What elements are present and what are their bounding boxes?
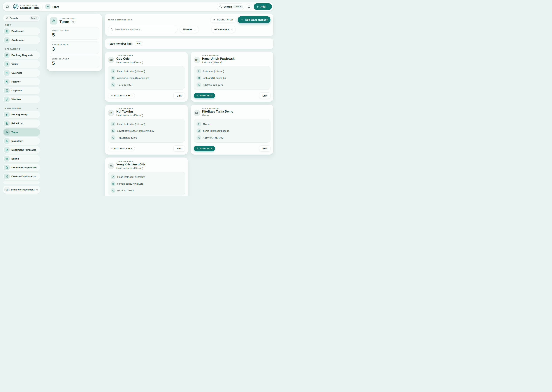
member-role: Head Instructor (Kitesurf) [116,167,145,169]
sidebar-item[interactable]: Visits [3,60,40,68]
sidebar-item-label: Inventory [11,140,23,142]
brand-overline: OPERATOR DECK [20,4,39,6]
roster-view-label: ROSTER VIEW [217,19,233,21]
member-phone: +376 314 897 [117,84,132,86]
avatar: GC [108,57,114,63]
detail-phone-row: +376 314 897 [111,82,182,87]
member-details: Head Instructor (Kitesurf) saman-pan527@… [108,172,185,196]
add-button[interactable]: Add [254,3,272,10]
detail-role: Instructor (Kitesurf) [203,70,224,73]
search-icon [5,17,8,20]
customers-icon [4,37,10,43]
sidebar-search[interactable]: Search Cmd K [3,15,40,21]
phone-icon [196,135,201,140]
add-button-label: Add [261,5,265,8]
role-filter-value: All roles [182,28,192,31]
user-x-icon [110,95,113,97]
member-overline: TEAM MEMBER [116,160,145,162]
billing-icon [4,156,10,161]
sidebar-item[interactable]: Pricing Setup [3,111,40,118]
phone-icon [111,82,116,87]
team-member-card: KT TEAM MEMBER KiteBase Tarifa Demo Owne… [191,105,274,154]
sidebar-item[interactable]: Booking Requests [3,51,40,59]
detail-role: Head Instructor (Kitesurf) [117,70,145,73]
custom-dashboards-icon [4,174,10,179]
section-label: MANAGEMENT [5,107,21,109]
avatar: KT [194,110,200,116]
edit-button[interactable]: Edit [173,92,185,99]
pricing-setup-icon [4,112,10,117]
edit-button[interactable]: Edit [173,145,185,152]
global-search-button[interactable]: Search Cmd K [217,3,244,10]
help-button[interactable] [71,20,76,24]
sidebar-item[interactable]: Customers [3,36,40,44]
history-button[interactable] [246,3,252,10]
sidebar-item-label: Team [11,131,18,133]
member-overline: TEAM MEMBER [202,54,235,56]
detail-role-row: Head Instructor (Kitesurf) [111,175,182,179]
search-shortcut-badge: Cmd K [29,16,39,20]
sidebar-item[interactable]: Billing [3,155,40,162]
app-header: OPERATOR DECK KiteBase Tarifa Team Searc… [3,2,273,11]
member-search-input[interactable] [115,28,175,31]
sidebar: Search Cmd K CORE Dashboard [0,11,41,196]
account-email: demo-kite@spotbase.i [11,189,34,191]
member-email: isahrani@t-online.biz [203,77,226,79]
user-icon [196,69,201,73]
sidebar-item-label: Planner [11,80,21,83]
sidebar-item[interactable]: Team [3,128,40,136]
sidebar-section-header[interactable]: OPERATIONS [3,45,40,51]
document-templates-icon [4,147,10,153]
sidebar-section-header[interactable]: CORE [3,21,40,28]
chevron-down-icon [267,6,269,8]
stat-label: SCHEDULABLE [52,44,97,46]
member-role: Head Instructor (Kitesurf) [116,114,143,117]
member-name: Guy Cele [116,57,143,60]
sidebar-item[interactable]: Weather [3,96,40,103]
cockpit-title: Team [60,20,69,24]
stat-label: TOTAL PEOPLE [52,29,97,31]
add-team-member-button[interactable]: Add team member [238,16,270,23]
sidebar-section: OPERATIONS Booking Requests [3,45,40,103]
stat-tile: TOTAL PEOPLE 5 [50,27,99,40]
team-member-card: HP TEAM MEMBER Hans-Ulrich Pawłowski Ins… [191,52,274,102]
sidebar-item[interactable]: Dashboard [3,28,40,35]
stat-value: 3 [52,47,97,51]
edit-button[interactable]: Edit [259,145,271,152]
member-filter-dropdown[interactable]: All members [211,26,236,33]
sidebar-section-header[interactable]: MANAGEMENT [3,105,40,111]
plus-icon [241,18,244,21]
team-member-card: GC TEAM MEMBER Guy Cele Head Instructor … [105,52,188,102]
sidebar-item[interactable]: Document Templates [3,146,40,154]
roster-view-button[interactable]: ROSTER VIEW [210,17,236,23]
status-label: NOT AVAILABLE [114,95,132,97]
sidebar-item-label: Weather [11,98,21,101]
avatar: HP [194,57,200,63]
member-phone: +250(543)353 342 [203,136,223,139]
sidebar-item[interactable]: Price List [3,119,40,127]
brand[interactable]: OPERATOR DECK KiteBase Tarifa [12,3,42,10]
detail-role-row: Head Instructor (Kitesurf) [111,122,182,126]
detail-email-row: isahrani@t-online.biz [196,76,268,80]
chevron-down-icon [231,28,233,30]
team-command-bar: TEAM COMMAND BAR ROSTER VIEW Add team me… [105,14,273,36]
account-switcher[interactable]: SB demo-kite@spotbase.i [3,186,40,194]
sidebar-item[interactable]: Logbook [3,87,40,94]
detail-role: Owner [203,123,210,126]
sidebar-item-label: Document Templates [11,148,36,151]
sidebar-toggle-button[interactable] [4,3,11,10]
phone-icon [111,135,116,140]
sidebar-item[interactable]: Calendar [3,69,40,77]
sidebar-item[interactable]: Inventory [3,137,40,145]
mail-icon [196,76,201,80]
detail-email-row: demo-kite@spotbase.io [196,128,268,133]
detail-role: Head Instructor (Kitesurf) [117,175,145,178]
calendar-icon [4,70,10,76]
sidebar-item[interactable]: Document Signatures [3,164,40,171]
sidebar-item[interactable]: Custom Dashboards [3,173,40,180]
role-filter-dropdown[interactable]: All roles [180,26,199,33]
page-title: Team [52,5,59,8]
sidebar-item[interactable]: Planner [3,78,40,85]
edit-button[interactable]: Edit [259,92,271,99]
plus-icon [256,5,259,8]
